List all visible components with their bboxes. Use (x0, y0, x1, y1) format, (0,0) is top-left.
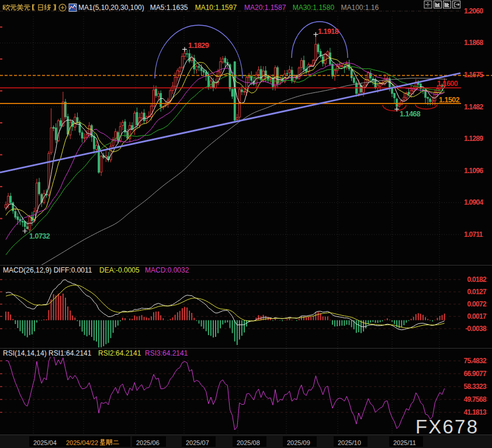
svg-text:1.1502: 1.1502 (439, 96, 460, 104)
svg-text:1.2060: 1.2060 (464, 7, 484, 15)
svg-text:-0.0038: -0.0038 (465, 325, 487, 333)
svg-text:FX678: FX678 (415, 416, 479, 437)
svg-text:1.0732: 1.0732 (29, 232, 50, 240)
svg-text:1.1868: 1.1868 (464, 39, 484, 47)
svg-text:MA30:1.1580: MA30:1.1580 (293, 4, 335, 12)
svg-text:MACD:0.0032: MACD:0.0032 (145, 266, 189, 274)
svg-text:58.3323: 58.3323 (464, 382, 487, 391)
svg-text:MACD(26,12,9) DIFF:0.0011: MACD(26,12,9) DIFF:0.0011 (3, 266, 92, 274)
svg-text:1.1468: 1.1468 (400, 110, 421, 118)
svg-text:2025/06: 2025/06 (136, 439, 160, 446)
svg-text:MA20:1.1587: MA20:1.1587 (244, 4, 286, 12)
svg-text:MA10:1.1597: MA10:1.1597 (195, 4, 237, 12)
svg-text:0.0017: 0.0017 (467, 312, 487, 321)
svg-text:2025/09: 2025/09 (287, 439, 310, 446)
svg-text:1.1096: 1.1096 (464, 167, 484, 175)
svg-text:1.0711: 1.0711 (464, 230, 483, 239)
svg-text:DEA:-0.0005: DEA:-0.0005 (99, 266, 140, 274)
svg-text:0.0182: 0.0182 (467, 275, 487, 284)
svg-text:0.0072: 0.0072 (467, 300, 487, 308)
svg-text:66.9077: 66.9077 (464, 370, 487, 378)
svg-text:1.1829: 1.1829 (188, 42, 209, 50)
svg-text:MA5:1.1635: MA5:1.1635 (150, 4, 188, 12)
svg-text:1.1600: 1.1600 (437, 80, 458, 88)
svg-text:1.1675: 1.1675 (464, 71, 484, 79)
svg-text:RSI(14,14,14) RSI1:64.2141: RSI(14,14,14) RSI1:64.2141 (3, 349, 92, 357)
svg-text:75.4832: 75.4832 (464, 357, 487, 365)
svg-text:MA100:1.16: MA100:1.16 (341, 4, 379, 12)
svg-text:2025/11: 2025/11 (393, 439, 416, 446)
svg-text:RSI2:64.2141: RSI2:64.2141 (98, 349, 141, 357)
svg-text:2025/08: 2025/08 (237, 439, 260, 446)
svg-text:1.1289: 1.1289 (464, 135, 484, 143)
svg-text:RSI3:64.2141: RSI3:64.2141 (145, 349, 188, 357)
svg-text:1.1482: 1.1482 (464, 103, 484, 111)
svg-text:2025/10: 2025/10 (338, 439, 361, 446)
svg-text:41.1813: 41.1813 (464, 408, 487, 416)
svg-text:2025/07: 2025/07 (186, 439, 209, 446)
svg-text:1.1918: 1.1918 (318, 27, 339, 36)
svg-text:49.7568: 49.7568 (464, 395, 487, 404)
svg-text:0.0127: 0.0127 (467, 288, 487, 296)
svg-text:MA1(5,10,20,30,100): MA1(5,10,20,30,100) (78, 4, 144, 12)
svg-text:2025/04: 2025/04 (33, 439, 57, 446)
svg-text:1.0904: 1.0904 (464, 198, 484, 206)
svg-text:2025/04/22: 2025/04/22 (66, 439, 98, 446)
